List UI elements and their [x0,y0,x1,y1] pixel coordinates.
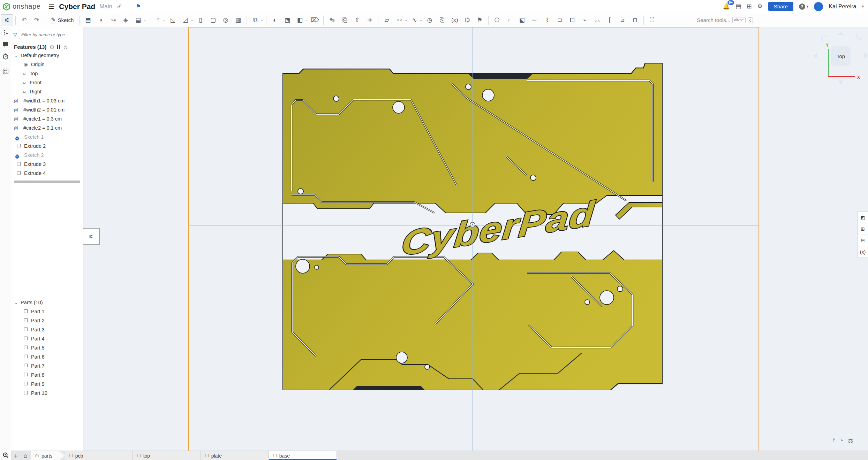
toolbar-search[interactable]: Search tools... alt/⌥ c [697,17,868,23]
chevron-down-icon[interactable]: ▾ [862,4,864,9]
revolve-icon[interactable]: ◑ [94,14,107,27]
view-up-arrow-icon[interactable] [838,31,844,35]
mirror-icon[interactable]: ⧉ [249,14,262,27]
tab-pcb[interactable]: ❒pcb [65,451,133,460]
onshape-logo-icon[interactable] [3,3,10,10]
workspace-name[interactable]: Main [99,3,112,10]
apps-grid-icon[interactable]: ⊞ [747,3,752,10]
linear-pattern-icon[interactable]: ▦ [232,14,244,27]
custom-tables-icon[interactable]: ⊟ [858,235,868,246]
search-visibility-icon[interactable] [1,451,10,459]
checklist-icon[interactable] [0,66,11,77]
feature-item-right[interactable]: ▱Right [11,87,83,96]
home-tab-icon[interactable]: ⌂ [20,451,31,460]
offset-surface-icon[interactable]: ⇧ [351,14,363,27]
feature-item-circle1-0-3-cm[interactable]: (x)#circle1 = 0.3 cm [11,114,83,123]
sheet-metal-tab-icon[interactable]: ⬕ [516,14,528,27]
document-title[interactable]: Cyber Pad [59,2,95,11]
delete-face-icon[interactable]: ⌦ [309,14,321,27]
protractor-icon[interactable]: ◔ [840,437,843,444]
chevron-down-icon[interactable]: ⌄ [305,18,308,22]
redo-icon[interactable]: ↷ [30,14,43,27]
chevron-down-icon[interactable]: ⌄ [14,298,18,307]
appearance-editor-icon[interactable]: ◩ [858,212,868,223]
history-icon[interactable] [0,51,11,62]
mass-properties-icon[interactable]: ⚖ [848,437,853,444]
filter-input[interactable] [19,30,83,39]
create-version-icon[interactable] [0,27,11,39]
shell-icon[interactable]: ▢ [207,14,219,27]
user-name[interactable]: Kai Pereira [829,3,856,10]
undo-icon[interactable]: ↶ [18,14,30,27]
horizontal-scrollbar-thumb[interactable] [14,181,80,183]
feature-item-origin[interactable]: ◉Origin [11,60,83,69]
variable-icon[interactable]: (x) [448,14,461,27]
model-viewport[interactable]: CyberPad ⑆ ⤺ ⤻ Y X Top ⬚ [83,27,868,451]
hole-icon[interactable]: ◎ [219,14,232,27]
replace-face-icon[interactable]: ⎗ [338,14,351,27]
part-item-part-3[interactable]: ❐Part 3 [11,325,83,334]
draft-icon[interactable]: ◿ [179,14,192,27]
notifications-bell-icon[interactable]: 🔔9+ [723,3,730,10]
chamfer-icon[interactable]: ◺ [167,14,179,27]
bend-icon[interactable]: ⌇ [541,14,553,27]
part-item-part-6[interactable]: ❐Part 6 [11,352,83,361]
new-folder-icon[interactable]: ⊞ [50,44,54,49]
tape-measure-icon[interactable]: ⟟ [833,437,835,444]
move-face-icon[interactable]: ↹ [326,14,338,27]
search-tools-label[interactable]: Search tools... [697,17,730,23]
chevron-down-icon[interactable]: ⌄ [163,18,166,22]
sweep-icon[interactable]: ↝ [107,14,119,27]
tree-item-parts-header[interactable]: ⌄ Parts (10) [11,298,83,307]
boolean-icon[interactable]: ◐ [269,14,281,27]
tree-item-default-geometry[interactable]: ⌄ Default geometry [11,51,83,60]
tag-icon[interactable]: ⚑ [474,14,486,27]
feature-item-top[interactable]: ▱Top [11,69,83,78]
part-item-part-4[interactable]: ❐Part 4 [11,334,83,343]
sheet-metal-model-icon[interactable]: ⎔ [491,14,503,27]
thicken-icon[interactable]: ⬓ [132,14,144,27]
view-right-arrow-icon[interactable] [864,53,868,59]
tasks-icon[interactable]: ▤ [735,3,741,10]
feature-item-width2-0-01-cm[interactable]: (x)#width2 = 0.01 cm [11,105,83,114]
document-menu-icon[interactable]: ☰ [48,2,54,10]
part-item-part-1[interactable]: ❐Part 1 [11,307,83,316]
fillet-icon[interactable]: ◜ [151,14,164,27]
import-derived-icon[interactable]: ⎘ [436,14,448,27]
variable-table-icon[interactable]: (x) [858,246,868,258]
learning-center-flag-icon[interactable]: ⚑ [136,3,141,10]
rotate-cw-arrow-icon[interactable]: ⤻ [853,32,865,43]
joggle-icon[interactable]: ⌁ [579,14,591,27]
hem-icon[interactable]: ⊐ [553,14,566,27]
share-button[interactable]: Share [768,2,793,11]
chevron-down-icon[interactable]: ⌄ [14,51,18,60]
feature-item-width1-0-03-cm[interactable]: (x)#width1 = 0.03 cm [11,96,83,105]
comments-icon[interactable] [0,39,11,51]
tab-top[interactable]: ❒top [133,451,201,460]
tab-parts[interactable]: 🗀parts [31,451,65,460]
chevron-down-icon[interactable]: ⌄ [190,18,194,22]
feature-item-sketch-1[interactable]: ✎−Sketch 1 [11,132,83,141]
feature-item-extrude-4[interactable]: ❒Extrude 4 [11,169,83,178]
chevron-down-icon[interactable]: ⌄ [260,18,263,22]
feature-item-sketch-2[interactable]: ✎−Sketch 2 [11,151,83,160]
tab-base[interactable]: ❒base [269,451,337,460]
plane-icon[interactable]: ▱ [380,14,393,27]
history-clock-icon[interactable]: ◷ [63,44,67,49]
configurations-icon[interactable]: ⊞ [858,223,868,235]
loft-icon[interactable]: ◈ [119,14,132,27]
tab-plate[interactable]: ❒plate [201,451,269,460]
feature-item-front[interactable]: ▱Front [11,78,83,87]
flange-icon[interactable]: ⌐ [503,14,516,27]
modify-fillet-icon[interactable]: ◧ [294,14,306,27]
part-item-part-2[interactable]: ❐Part 2 [11,316,83,325]
chevron-down-icon[interactable]: ⌄ [143,18,146,22]
feature-list-toggle-icon[interactable]: ⑆ [1,14,13,26]
corner-radius-icon[interactable]: ⌈ [604,14,616,27]
feature-item-circle2-0-1-cm[interactable]: (x)#circle2 = 0.1 cm [11,123,83,132]
history-icon[interactable]: ◷ [423,14,436,27]
spline-icon[interactable]: ∿ [408,14,421,27]
chevron-down-icon[interactable]: ⌄ [420,18,423,22]
part-item-part-7[interactable]: ❐Part 7 [11,361,83,370]
feature-item-extrude-2[interactable]: ❒Extrude 2 [11,141,83,151]
